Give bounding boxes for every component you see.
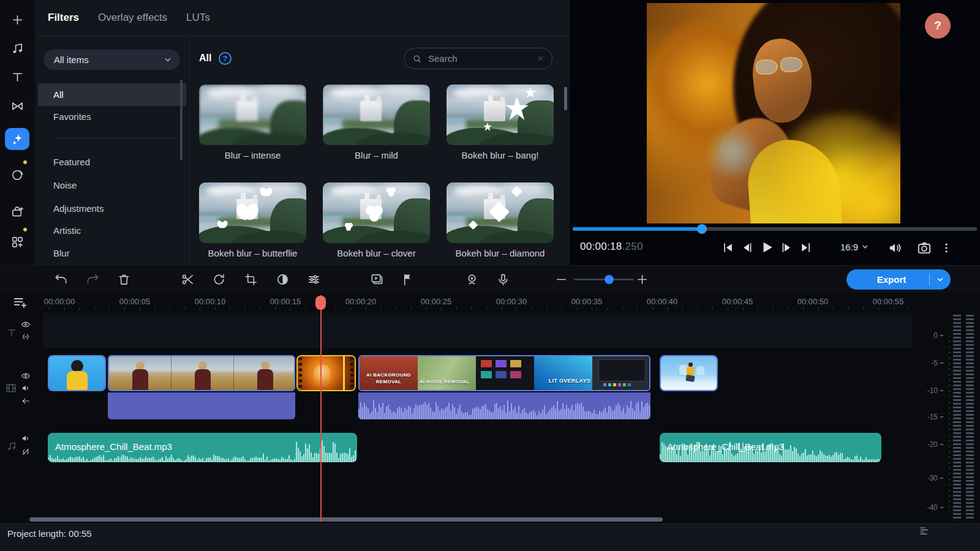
collection-dropdown[interactable]: All items: [43, 50, 180, 70]
category-noise[interactable]: Noise: [38, 174, 186, 197]
clip-art: [109, 356, 294, 390]
color-adjustments-button[interactable]: [276, 272, 290, 287]
video-track-icon: [5, 382, 17, 394]
timeline-ruler[interactable]: 00:00:00 00:00:05 00:00:10 00:00:15 00:0…: [43, 293, 914, 310]
zoom-in-button[interactable]: [635, 272, 649, 287]
zoom-out-button[interactable]: [554, 272, 568, 287]
ruler-label: 00:00:25: [421, 297, 452, 306]
undo-button[interactable]: [54, 272, 68, 287]
timeline-zoom-handle[interactable]: [605, 275, 614, 284]
ruler-label: 00:00:55: [873, 297, 904, 306]
filter-thumbnail-bokeh-clover[interactable]: [323, 182, 430, 243]
audio-clip-label: Atmosphere_Chill_Beat.mp3: [55, 441, 172, 452]
voice-record-button[interactable]: [496, 272, 510, 287]
play-button[interactable]: [759, 239, 775, 255]
import-tool-button[interactable]: [0, 199, 35, 223]
meter-label-row: 0: [913, 331, 943, 340]
trash-icon: [117, 272, 131, 287]
add-track-button[interactable]: [12, 295, 28, 311]
filter-thumbnail-bokeh-bang[interactable]: [447, 84, 554, 145]
audio-track-mute-toggle[interactable]: [21, 433, 31, 443]
video-clip-2-linked-audio[interactable]: [108, 392, 295, 419]
titles-tool-button[interactable]: [0, 64, 35, 89]
tab-overlay-effects[interactable]: Overlay effects: [98, 12, 167, 24]
effects-panel: Filters Overlay effects LUTs All items A…: [35, 0, 570, 265]
filter-thumbnail-bokeh-butterflies[interactable]: [199, 182, 306, 243]
category-all[interactable]: All: [38, 83, 186, 106]
volume-button[interactable]: [887, 240, 903, 256]
video-clip-3-selected[interactable]: [296, 355, 356, 391]
clear-search-icon[interactable]: [537, 54, 545, 62]
filters-tool-button[interactable]: [5, 128, 29, 150]
redo-button[interactable]: [86, 272, 100, 287]
previous-frame-button[interactable]: [740, 241, 754, 255]
elements-tool-button[interactable]: [0, 230, 35, 254]
overlay-button[interactable]: [370, 272, 384, 287]
clip-properties-button[interactable]: [307, 272, 321, 287]
contrast-icon: [276, 272, 290, 287]
category-artistic[interactable]: Artistic: [38, 219, 186, 242]
crop-button[interactable]: [244, 272, 258, 287]
stickers-tool-button[interactable]: [0, 162, 35, 187]
search-input[interactable]: [427, 53, 532, 64]
category-favorites[interactable]: Favorites: [38, 105, 186, 128]
aspect-ratio-dropdown[interactable]: 16:9: [837, 241, 872, 253]
filter-thumbnail-blur-intense[interactable]: [199, 84, 306, 145]
audio-clip-1[interactable]: Atmosphere_Chill_Beat.mp3: [48, 433, 357, 462]
title-track-visibility-toggle[interactable]: [21, 320, 31, 329]
playhead-handle[interactable]: [315, 296, 326, 310]
category-scrollbar[interactable]: [180, 80, 183, 160]
timeline-zoom-slider[interactable]: [574, 279, 634, 280]
add-media-button[interactable]: [0, 7, 35, 32]
snapshot-button[interactable]: [916, 240, 932, 256]
audio-track-unlink-toggle[interactable]: [21, 447, 31, 457]
plus-icon: [10, 13, 24, 27]
meter-label-row: -10: [913, 386, 943, 395]
split-button[interactable]: [181, 272, 195, 287]
next-frame-button[interactable]: [780, 241, 794, 255]
category-featured[interactable]: Featured: [38, 151, 186, 173]
ruler-label: 00:00:35: [571, 297, 603, 306]
transitions-tool-button[interactable]: [0, 94, 35, 118]
help-tooltip-icon[interactable]: ?: [219, 52, 232, 65]
webcam-capture-button[interactable]: [465, 272, 479, 287]
delete-button[interactable]: [117, 272, 131, 287]
title-track-icon: [6, 327, 17, 338]
audio-tool-button[interactable]: [0, 36, 35, 61]
video-track-visibility-toggle[interactable]: [21, 371, 31, 381]
castle-art: [447, 182, 554, 243]
help-button[interactable]: ?: [925, 13, 951, 39]
filters-scrollbar[interactable]: [564, 87, 567, 110]
timeline-horizontal-scrollbar[interactable]: [29, 517, 663, 522]
tab-filters[interactable]: Filters: [48, 12, 79, 24]
video-clip-5[interactable]: [660, 355, 718, 391]
video-clip-4-linked-audio[interactable]: [358, 392, 650, 419]
video-track-mute-toggle[interactable]: [21, 383, 31, 393]
skip-to-end-button[interactable]: [799, 241, 813, 255]
plus-icon: [635, 272, 649, 287]
video-clip-1[interactable]: [48, 355, 106, 391]
category-adjustments[interactable]: Adjustments: [38, 197, 186, 220]
category-blur[interactable]: Blur: [38, 242, 186, 264]
audio-clip-2[interactable]: Atmosphere_Chill_Beat.mp3: [660, 433, 881, 462]
skip-to-start-button[interactable]: [721, 241, 735, 255]
level-meter-toggle-icon[interactable]: [919, 525, 930, 536]
seek-bar[interactable]: [573, 227, 977, 231]
video-clip-4[interactable]: AI BACKGROUND REMOVAL AI NOISE REMOVAL L…: [358, 355, 650, 391]
seek-handle[interactable]: [697, 224, 707, 234]
category-sidebar: All items All Favorites Featured Noise A…: [35, 37, 190, 265]
export-options-chevron[interactable]: [930, 276, 951, 283]
tab-luts[interactable]: LUTs: [186, 12, 210, 24]
rotate-button[interactable]: [212, 272, 226, 287]
filter-thumbnail-blur-mild[interactable]: [323, 84, 430, 145]
video-clip-2[interactable]: [108, 355, 295, 391]
filter-thumbnail-bokeh-diamond[interactable]: [447, 182, 554, 243]
more-options-button[interactable]: [940, 240, 952, 256]
title-track-link-toggle[interactable]: [21, 332, 31, 342]
marker-button[interactable]: [401, 272, 415, 287]
video-track-arrow-toggle[interactable]: [21, 396, 31, 406]
export-button[interactable]: Export: [846, 269, 951, 290]
ruler-label: 00:00:20: [345, 297, 377, 306]
timecode: 00:00:18.250: [580, 241, 643, 253]
title-track[interactable]: [43, 313, 913, 348]
